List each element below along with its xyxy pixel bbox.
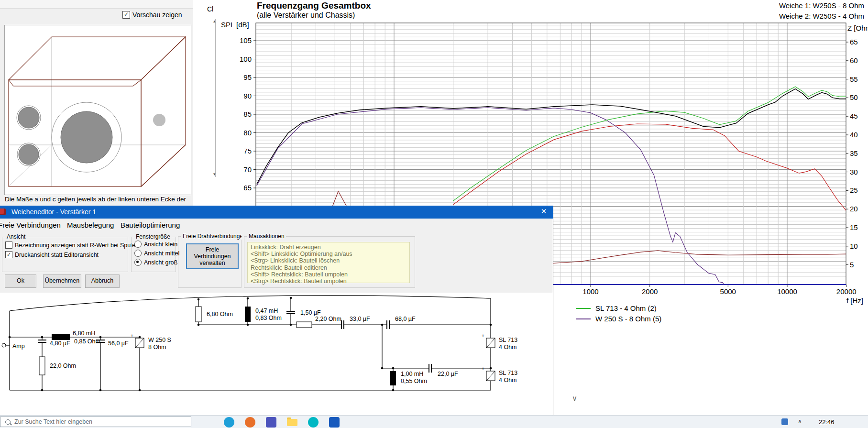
svg-text:40: 40 [850, 131, 858, 139]
woofer-cone [61, 111, 112, 163]
taskbar-search[interactable]: Zur Suche Text hier eingeben [0, 417, 191, 427]
svg-text:22,0 µF: 22,0 µF [438, 371, 458, 377]
component-speaker-w250s[interactable]: + W 250 S 8 Ohm [131, 333, 171, 351]
svg-text:100: 100 [240, 55, 252, 63]
svg-text:70: 70 [243, 165, 252, 174]
component-resistor-22_0Ohm[interactable]: 22,0 Ohm [39, 357, 76, 375]
dialog-titlebar[interactable]: Weicheneditor - Verstärker 1 ✕ [0, 206, 553, 219]
component-resistor-6_80Ohm[interactable]: 6,80 Ohm [196, 307, 233, 322]
freie-verbindungen-verwalten-button[interactable]: Freie Verbindungen verwalten [186, 243, 239, 269]
svg-text:22,0 Ohm: 22,0 Ohm [50, 362, 76, 369]
svg-text:+: + [482, 333, 484, 339]
svg-text:0,83 Ohm: 0,83 Ohm [255, 315, 282, 321]
svg-text:1000: 1000 [582, 287, 598, 296]
component-resistor-2_20Ohm[interactable]: 2,20 Ohm [297, 316, 341, 328]
vertical-scrollbar[interactable] [215, 19, 216, 177]
radio-ansicht-gross[interactable]: Ansicht groß [134, 259, 177, 266]
port-1 [18, 107, 39, 128]
checkbox-checked-icon[interactable]: ✓ [122, 11, 130, 19]
radio-selected-icon[interactable] [134, 259, 142, 266]
legend-entry-sl713: SL 713 - 4 Ohm (2) [576, 304, 657, 312]
group-drahtverbindungen: Freie Drahtverbindunge Freie Verbindunge… [178, 236, 242, 288]
desktop: { "left_window": { "preview_checkbox": "… [0, 0, 868, 428]
menu-freie-verbindungen[interactable]: Freie Verbindungen [0, 221, 61, 229]
svg-text:50: 50 [850, 93, 858, 101]
checkbox-icon[interactable] [5, 241, 12, 249]
svg-text:0,55 Ohm: 0,55 Ohm [401, 378, 427, 384]
group-drahtverbindungen-label: Freie Drahtverbindunge [181, 233, 242, 240]
tray-app-icon[interactable] [781, 418, 788, 425]
radio-icon[interactable] [134, 241, 142, 248]
svg-text:4 Ohm: 4 Ohm [499, 377, 517, 384]
group-fenstergroesse-label: Fenstergröße [134, 233, 172, 240]
chart-subtitle: (alle Verstärker und Chassis) [257, 11, 355, 20]
amp-terminal[interactable]: Amp [2, 343, 25, 350]
component-capacitor-1_50uF[interactable]: 1,50 µF [286, 309, 321, 316]
legend-entry-w250s: W 250 S - 8 Ohm (5) [576, 315, 661, 323]
checkbox-bezeichnung[interactable]: Bezeichnung anzeigen statt R-Wert bei Sp… [5, 241, 139, 249]
abbruch-button[interactable]: Abbruch [85, 274, 120, 288]
port-2 [19, 144, 39, 165]
crossover-schematic-area: Amp 6,80 mH 0,85 Ohm 4,80 µF 22,0 Ohm 56… [0, 293, 553, 428]
scroll-up-icon[interactable]: ▴ [213, 19, 216, 23]
radio-gross-label: Ansicht groß [144, 259, 177, 266]
component-capacitor-33_0uF[interactable]: 33,0 µF [341, 316, 370, 329]
svg-text:2,20 Ohm: 2,20 Ohm [315, 316, 341, 322]
mouse-action-line-5: <Strg> Rechtsklick: Bauteil umpolen [251, 278, 407, 285]
svg-text:4,80 µF: 4,80 µF [50, 340, 70, 347]
checkbox-druckansicht[interactable]: ✓ Druckansicht statt Editoransicht [5, 251, 99, 258]
svg-text:6,80 mH: 6,80 mH [73, 330, 95, 337]
svg-text:2000: 2000 [642, 287, 658, 296]
driver-circles [17, 102, 165, 172]
svg-text:60: 60 [850, 56, 858, 65]
svg-text:65: 65 [243, 184, 252, 192]
legend-label-w250s: W 250 S - 8 Ohm (5) [595, 315, 661, 323]
mouse-action-line-0: Linksklick: Draht erzeugen [251, 244, 407, 251]
radio-ansicht-mittel[interactable]: Ansicht mittel [134, 250, 179, 257]
radio-klein-label: Ansicht klein [144, 241, 177, 248]
component-speaker-sl713-upper[interactable]: + SL 713 4 Ohm [482, 333, 517, 351]
svg-text:SL 713: SL 713 [499, 337, 517, 343]
hidden-icons-chevron[interactable]: ∧ [798, 418, 802, 425]
component-inductor-0_47mH[interactable]: 0,47 mH 0,83 Ohm [245, 307, 282, 322]
svg-text:0,47 mH: 0,47 mH [255, 307, 278, 314]
mouse-actions-info-box: Linksklick: Draht erzeugen<Shift> Linksk… [247, 242, 410, 283]
mouse-action-line-1: <Shift> Linksklick: Optimierung an/aus [251, 251, 407, 257]
taskbar-clock[interactable]: 22:46 [819, 418, 835, 426]
store-icon[interactable] [308, 417, 319, 428]
radio-icon[interactable] [134, 250, 142, 257]
legend-line-purple [576, 318, 591, 319]
component-capacitor-4_80uF[interactable]: 4,80 µF [38, 340, 70, 347]
preview-checkbox-row[interactable]: ✓ Vorschau zeigen [122, 11, 182, 19]
component-capacitor-22_0uF[interactable]: 22,0 µF [429, 364, 458, 377]
weiche-1-label: Weiche 1: W250S - 8 Ohm [779, 1, 864, 10]
search-placeholder: Zur Suche Text hier eingeben [14, 418, 92, 425]
app-icon [0, 209, 6, 215]
svg-text:SL 713: SL 713 [499, 370, 517, 376]
legend-line-green [576, 308, 591, 309]
svg-text:1,00 mH: 1,00 mH [401, 371, 423, 377]
menu-bauteiloptimierung[interactable]: Bauteiloptimierung [121, 221, 180, 229]
component-capacitor-56_0uF[interactable]: 56,0 µF [96, 340, 129, 347]
scroll-down-icon[interactable]: ▾ [213, 172, 216, 176]
close-icon[interactable]: ✕ [537, 207, 551, 216]
edge-browser-icon[interactable] [224, 417, 234, 428]
scroll-down-chevron-icon[interactable]: ∨ [572, 394, 577, 403]
uebernehmen-button[interactable]: Übernehmen [43, 274, 81, 288]
svg-text:6,80 Ohm: 6,80 Ohm [207, 311, 233, 318]
word-icon[interactable] [329, 417, 340, 428]
checkbox-checked-icon[interactable]: ✓ [5, 251, 12, 258]
partial-window-label: Cl [207, 5, 213, 13]
menu-mausbelegung[interactable]: Mausbelegung [67, 221, 114, 229]
component-capacitor-68_0uF[interactable]: 68,0 µF [387, 316, 416, 329]
radio-ansicht-klein[interactable]: Ansicht klein [134, 241, 177, 248]
group-ansicht: Ansicht Bezeichnung anzeigen statt R-Wer… [2, 237, 128, 272]
ok-button[interactable]: Ok [5, 274, 36, 288]
firefox-browser-icon[interactable] [245, 417, 255, 428]
legend-label-sl713: SL 713 - 4 Ohm (2) [595, 304, 657, 312]
component-inductor-1_00mH[interactable]: 1,00 mH 0,55 Ohm [390, 371, 427, 385]
speaker-box-drawing [5, 25, 190, 194]
teams-icon[interactable] [266, 417, 276, 428]
file-explorer-icon[interactable] [287, 419, 297, 426]
svg-text:5: 5 [850, 261, 854, 269]
